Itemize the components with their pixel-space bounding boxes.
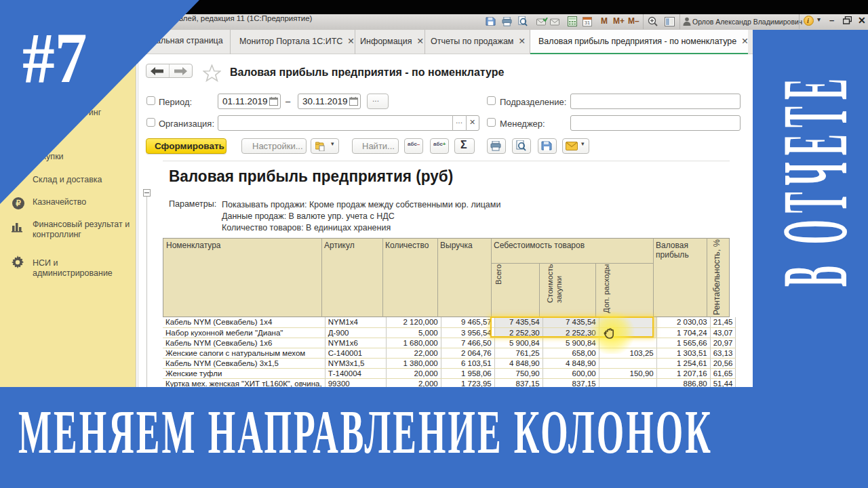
svg-text:31: 31 [585,20,590,26]
